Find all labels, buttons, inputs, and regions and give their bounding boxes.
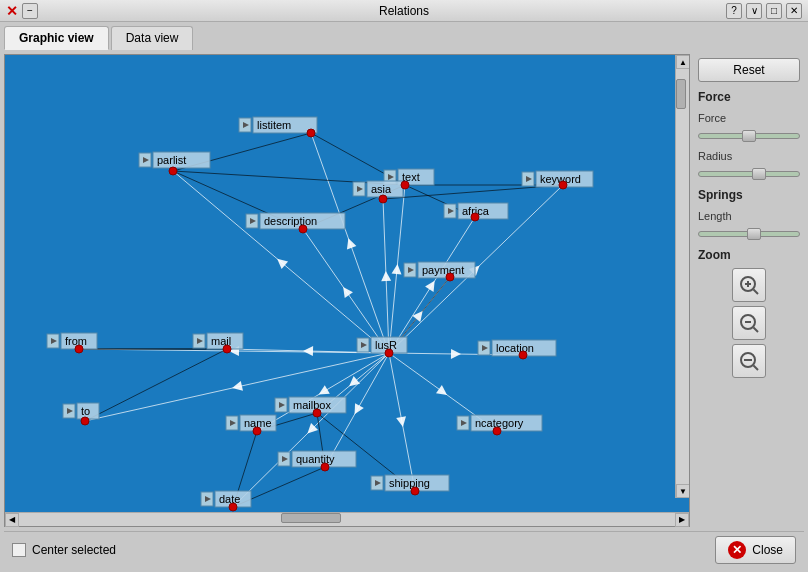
tab-graphic[interactable]: Graphic view [4,26,109,50]
main-container: Graphic view Data view ▲ ▼ [0,22,808,572]
zoom-section [698,268,800,378]
minimize-btn[interactable]: − [22,3,38,19]
content-area: ▲ ▼ ◀ ▶ [4,54,804,527]
center-selected-label: Center selected [32,543,116,557]
reset-button[interactable]: Reset [698,58,800,82]
graph-panel: ▲ ▼ ◀ ▶ [4,54,690,527]
zoom-out-button[interactable] [732,344,766,378]
force-label: Force [698,112,800,124]
scroll-left-arrow[interactable]: ◀ [5,513,19,527]
close-dialog-label: Close [752,543,783,557]
title-bar-left: ✕ − [6,3,38,19]
title-bar: ✕ − Relations ? ∨ □ ✕ [0,0,808,22]
help-btn[interactable]: ? [726,3,742,19]
close-btn-title[interactable]: ✕ [786,3,802,19]
zoom-in-button[interactable] [732,268,766,302]
svg-line-9 [754,366,759,371]
force-section-label: Force [698,90,800,104]
radius-slider[interactable] [698,171,800,177]
bottom-bar: Center selected ✕ Close [4,531,804,568]
scroll-right-arrow[interactable]: ▶ [675,513,689,527]
zoom-fit-button[interactable] [732,306,766,340]
maximize-btn[interactable]: □ [766,3,782,19]
length-label: Length [698,210,800,222]
center-selected-checkbox[interactable] [12,543,26,557]
close-dialog-icon: ✕ [728,541,746,559]
tab-data[interactable]: Data view [111,26,194,50]
graph-scrollable: ▲ ▼ [5,55,689,512]
center-selected-row: Center selected [12,543,116,557]
tabs-row: Graphic view Data view [4,26,804,50]
graph-inner [5,55,689,512]
scroll-up-arrow[interactable]: ▲ [676,55,689,69]
zoom-out-icon [738,350,760,372]
force-slider[interactable] [698,133,800,139]
zoom-section-label: Zoom [698,248,800,262]
radius-label: Radius [698,150,800,162]
window-title: Relations [379,4,429,18]
right-panel: Reset Force Force Radius Springs Length … [694,54,804,527]
svg-line-6 [754,328,759,333]
scroll-down-arrow[interactable]: ▼ [676,484,689,498]
zoom-fit-icon [738,312,760,334]
springs-section-label: Springs [698,188,800,202]
radius-slider-thumb[interactable] [752,168,766,180]
scroll-thumb-vertical[interactable] [676,79,686,109]
scroll-thumb-horizontal[interactable] [281,513,341,523]
scrollbar-vertical[interactable]: ▲ ▼ [675,55,689,498]
length-slider-thumb[interactable] [747,228,761,240]
length-slider[interactable] [698,231,800,237]
zoom-in-icon [738,274,760,296]
force-slider-thumb[interactable] [742,130,756,142]
close-dialog-button[interactable]: ✕ Close [715,536,796,564]
svg-line-3 [754,290,759,295]
collapse-btn[interactable]: ∨ [746,3,762,19]
app-close-icon[interactable]: ✕ [6,3,18,19]
graph-canvas[interactable] [5,55,689,512]
scrollbar-horizontal[interactable]: ◀ ▶ [5,512,689,526]
